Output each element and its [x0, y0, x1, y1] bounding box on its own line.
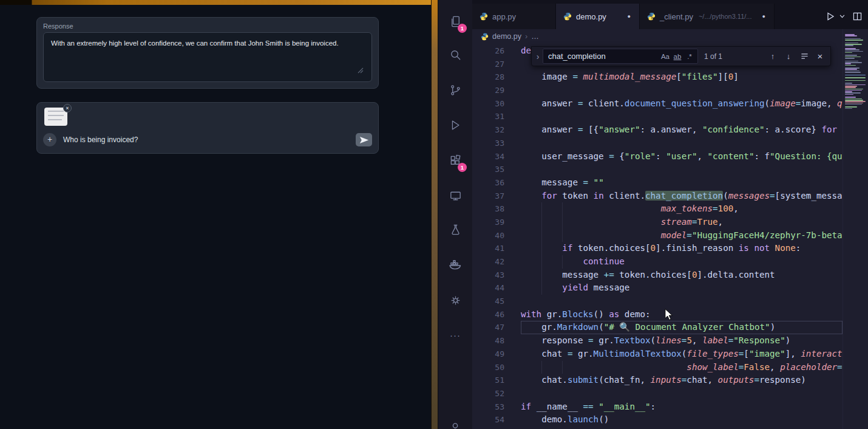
add-file-button[interactable]: +	[43, 133, 56, 146]
breadcrumb[interactable]: demo.py › …	[472, 29, 843, 44]
code-line[interactable]: chat.submit(chat_fn, inputs=chat, output…	[521, 374, 843, 387]
find-actions: ↑ ↓ ×	[767, 50, 830, 63]
code-line[interactable]: stream=True,	[521, 216, 843, 229]
tab-client-py[interactable]: _client.py ~/.../python3.11/... ●	[640, 4, 775, 29]
send-icon	[359, 136, 369, 144]
tab-description: ~/.../python3.11/...	[699, 13, 752, 20]
breadcrumb-separator: ›	[525, 32, 527, 41]
gradio-app-pane: Response With an extremely high level of…	[0, 0, 431, 429]
chat-message-input[interactable]: Who is being invoiced?	[63, 136, 356, 144]
screen: Response With an extremely high level of…	[0, 0, 868, 429]
code-line[interactable]	[521, 110, 843, 123]
close-find-button[interactable]: ×	[814, 50, 826, 63]
response-block: Response With an extremely high level of…	[36, 17, 379, 89]
whole-word-button[interactable]: ab	[671, 50, 683, 63]
run-debug-icon[interactable]	[438, 113, 472, 137]
minimap[interactable]	[843, 29, 868, 429]
extensions-badge: 1	[458, 163, 467, 172]
code-line[interactable]	[521, 387, 843, 400]
send-button[interactable]	[356, 133, 372, 146]
run-python-file-button[interactable]	[824, 10, 836, 23]
more-views-label: ···	[450, 330, 461, 340]
explorer-icon[interactable]: 1	[438, 9, 472, 33]
find-results-count: 1 of 1	[704, 52, 722, 61]
response-label: Response	[43, 22, 73, 30]
line-number-gutter: 2627282930313233343536373839404142434445…	[472, 44, 521, 429]
code-lines[interactable]: def chat_fn(multimodal_message): image =…	[521, 44, 843, 429]
code-line[interactable]	[521, 163, 843, 176]
breadcrumb-more[interactable]: …	[531, 32, 539, 41]
code-line[interactable]: continue	[521, 255, 843, 269]
code-line[interactable]: user_message = {"role": "user", "content…	[521, 150, 843, 163]
code-line[interactable]: message += token.choices[0].delta.conten…	[521, 269, 843, 282]
python-icon	[481, 33, 489, 41]
mouse-cursor	[663, 309, 674, 321]
code-line[interactable]	[521, 84, 843, 97]
find-in-selection-button[interactable]	[798, 50, 810, 63]
code-line[interactable]: demo.launch()	[521, 413, 843, 427]
source-control-icon[interactable]	[438, 78, 472, 102]
code-line[interactable]: for token in client.chat_completion(mess…	[521, 190, 843, 203]
next-match-button[interactable]: ↓	[782, 50, 795, 63]
code-line[interactable]: answer = [{"answer": a.answer, "confiden…	[521, 123, 843, 137]
resize-handle-icon[interactable]	[358, 67, 364, 74]
tab-label: _client.py	[660, 12, 693, 21]
split-editor-button[interactable]	[851, 10, 863, 23]
chat-input-row: + Who is being invoiced?	[43, 132, 372, 148]
code-line[interactable]: model="HuggingFaceH4/zephyr-7b-beta"):	[521, 229, 843, 242]
search-icon[interactable]	[438, 43, 472, 67]
tab-label: app.py	[492, 12, 516, 21]
code-line[interactable]: answer = client.document_question_answer…	[521, 97, 843, 111]
python-icon	[647, 12, 656, 21]
code-line[interactable]: yield message	[521, 281, 843, 295]
vscode-window: 1 1	[438, 0, 868, 429]
response-text: With an extremely high level of confiden…	[51, 39, 339, 47]
code-line[interactable]	[521, 427, 843, 429]
response-textarea[interactable]: With an extremely high level of confiden…	[43, 32, 372, 82]
find-query-text[interactable]: chat_completion	[548, 52, 659, 61]
code-line[interactable]	[521, 137, 843, 150]
breadcrumb-file[interactable]: demo.py	[492, 32, 521, 41]
extensions-icon[interactable]: 1	[438, 148, 472, 173]
activity-bar: 1 1	[438, 0, 472, 429]
find-input[interactable]: chat_completion Aa ab .*	[543, 49, 698, 64]
code-line[interactable]: response = gr.Textbox(lines=5, label="Re…	[521, 334, 843, 348]
config-tool-gear-icon[interactable]	[438, 288, 472, 312]
previous-match-button[interactable]: ↑	[767, 50, 779, 63]
tab-app-py[interactable]: app.py	[472, 4, 556, 29]
explorer-badge: 1	[458, 24, 467, 33]
python-icon	[480, 12, 488, 21]
code-line[interactable]: image = multimodal_message["files"][0]	[521, 70, 843, 84]
editor-actions	[824, 4, 868, 29]
more-views-icon[interactable]: ···	[438, 323, 472, 347]
toggle-replace-chevron-icon[interactable]: ›	[533, 52, 543, 61]
run-dropdown-chevron-icon[interactable]	[838, 10, 846, 23]
code-line[interactable]: with gr.Blocks() as demo:	[521, 308, 843, 321]
find-widget: › chat_completion Aa ab .* 1 of 1 ↑ ↓ ×	[531, 46, 831, 66]
tab-label: demo.py	[576, 12, 606, 21]
modified-dot-icon[interactable]: ●	[756, 13, 765, 19]
match-case-button[interactable]: Aa	[659, 50, 671, 63]
code-line[interactable]: if __name__ == "__main__":	[521, 400, 843, 414]
code-line[interactable]: chat = gr.MultimodalTextbox(file_types=[…	[521, 348, 843, 361]
remote-explorer-icon[interactable]	[438, 184, 472, 208]
regex-button[interactable]: .*	[683, 50, 696, 63]
tab-bar: app.py demo.py ● _client.py ~/.../python…	[472, 0, 868, 29]
docker-icon[interactable]	[438, 253, 472, 277]
modified-dot-icon[interactable]: ●	[622, 13, 631, 19]
python-icon	[563, 12, 572, 21]
account-icon[interactable]	[438, 415, 472, 429]
code-line[interactable]: message = ""	[521, 176, 843, 190]
chat-input-block: × + Who is being invoiced?	[36, 102, 379, 154]
split-sash[interactable]	[431, 0, 438, 429]
remove-attachment-button[interactable]: ×	[63, 104, 72, 112]
code-line[interactable]: if token.choices[0].finish_reason is not…	[521, 242, 843, 255]
code-line[interactable]	[521, 295, 843, 308]
code-editor[interactable]: 2627282930313233343536373839404142434445…	[472, 44, 868, 429]
code-line[interactable]: gr.Markdown("# 🔍 Document Analyzer Chatb…	[521, 321, 843, 334]
window-accent-bar	[0, 0, 431, 5]
code-line[interactable]: show_label=False, placeholder="Upload an…	[521, 361, 843, 374]
tab-demo-py[interactable]: demo.py ●	[556, 4, 640, 29]
testing-flask-icon[interactable]	[438, 218, 472, 242]
code-line[interactable]: max_tokens=100,	[521, 202, 843, 216]
